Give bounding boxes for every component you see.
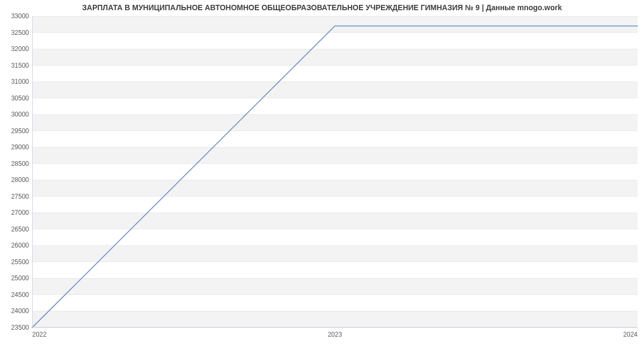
y-tick-label: 30000 (11, 111, 32, 118)
x-tick-label: 2024 (623, 328, 638, 338)
y-tick-label: 31000 (11, 78, 32, 85)
chart-title: ЗАРПЛАТА В МУНИЦИПАЛЬНОЕ АВТОНОМНОЕ ОБЩЕ… (0, 3, 644, 12)
y-tick-label: 23500 (11, 324, 32, 331)
y-tick-label: 26500 (11, 226, 32, 233)
series-svg (32, 16, 638, 328)
y-tick-label: 28500 (11, 160, 32, 168)
salary-line-chart: ЗАРПЛАТА В МУНИЦИПАЛЬНОЕ АВТОНОМНОЕ ОБЩЕ… (0, 0, 644, 349)
y-tick-label: 25000 (11, 274, 32, 282)
y-tick-label: 27000 (11, 209, 32, 216)
y-tick-label: 29000 (11, 143, 32, 151)
y-tick-label: 32000 (11, 45, 32, 53)
y-tick-label: 33000 (11, 12, 32, 20)
plot-area: 2350024000245002500025500260002650027000… (32, 16, 638, 328)
y-tick-label: 30500 (11, 94, 32, 102)
y-tick-label: 24500 (11, 291, 32, 299)
x-tick-label: 2022 (32, 328, 47, 338)
salary-series-line (32, 26, 638, 328)
y-tick-label: 24000 (11, 307, 32, 315)
y-axis-line (32, 16, 33, 328)
y-tick-label: 32500 (11, 29, 32, 37)
x-tick-label: 2023 (328, 328, 342, 338)
y-tick-label: 28000 (11, 176, 32, 184)
y-tick-label: 29500 (11, 127, 32, 135)
y-tick-label: 25500 (11, 258, 32, 266)
y-tick-label: 27500 (11, 193, 32, 200)
y-tick-label: 26000 (11, 242, 32, 249)
y-tick-label: 31500 (11, 62, 32, 69)
